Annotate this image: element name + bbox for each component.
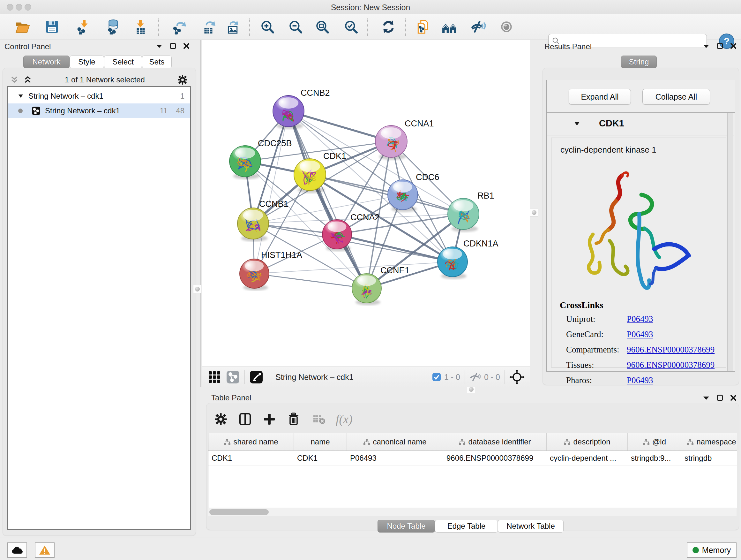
refresh-icon[interactable] [380,18,397,35]
column-header-canonical-name[interactable]: canonical name [347,433,443,450]
gene-expander-icon[interactable] [574,122,580,126]
import-network-icon[interactable] [76,18,92,35]
maximize-panel-icon[interactable] [717,43,723,49]
crosslink-link[interactable]: P06493 [627,375,653,385]
export-network-icon[interactable] [171,18,188,35]
grid-view-icon[interactable] [207,370,221,384]
detach-view-icon[interactable] [249,370,263,384]
float-panel-icon[interactable] [703,395,710,400]
expand-all-icon[interactable] [23,76,32,84]
export-table-icon[interactable] [200,18,217,35]
netbar-separator [465,370,465,384]
import-table-icon[interactable] [132,18,149,35]
table-cell[interactable]: stringdb [681,451,737,465]
tab-select[interactable]: Select [104,56,142,68]
create-column-plus-icon[interactable] [259,409,280,429]
import-network-from-database-icon[interactable] [105,18,122,35]
node-CDC6[interactable] [388,180,418,212]
tab-sets[interactable]: Sets [142,56,172,68]
expand-all-button[interactable]: Expand All [569,89,631,105]
collapse-all-button[interactable]: Collapse All [643,89,710,105]
navigator-icon[interactable] [509,369,525,385]
node-CDC25B[interactable] [229,145,261,179]
hide-selected-icon[interactable] [470,18,486,35]
column-header--id[interactable]: @id [628,433,681,450]
tab-node-table[interactable]: Node Table [378,520,435,533]
table-settings-gear-icon[interactable] [211,409,231,429]
collection-expander-icon[interactable] [18,94,23,98]
maximize-panel-icon[interactable] [717,395,723,401]
close-panel-icon[interactable] [730,395,737,401]
table-cell[interactable]: stringdb:9... [628,451,681,465]
close-panel-icon[interactable] [730,43,737,49]
gear-icon[interactable] [178,75,188,85]
column-header-shared-name[interactable]: shared name [208,433,294,450]
left-splitter[interactable] [200,40,201,387]
table-row[interactable]: CDK1CDK1P064939606.ENSP00000378699cyclin… [208,451,737,466]
network-row-selected[interactable]: String Network – cdk1 11 48 [8,104,190,118]
column-header-name[interactable]: name [294,433,347,450]
title-bar: Session: New Session [0,0,741,14]
zoom-out-icon[interactable] [287,18,304,35]
left-splitter-handle[interactable] [193,285,201,293]
crosslink-link[interactable]: P06493 [627,329,653,339]
crosslink-link[interactable]: 9606.ENSP00000378699 [627,345,715,355]
column-header-namespace[interactable]: namespace [681,433,737,450]
scrollbar-thumb[interactable] [209,509,269,515]
gene-header-row[interactable]: CDK1 [547,113,734,135]
open-session-icon[interactable] [14,18,30,35]
network-canvas[interactable]: CCNB2CCNA1CDC25BCDK1CDC6RB1CCNB1CCNA2CDK… [202,40,530,367]
memory-button[interactable]: Memory [687,543,737,558]
shared-column-icon [563,438,570,445]
tab-edge-table[interactable]: Edge Table [435,520,498,533]
column-header-description[interactable]: description [547,433,628,450]
zoom-in-icon[interactable] [259,18,276,35]
table-horizontal-scrollbar[interactable] [208,508,737,516]
zoom-fit-icon[interactable] [314,18,331,35]
home-networks-icon[interactable] [441,18,458,35]
column-header-database-identifier[interactable]: database identifier [443,433,547,450]
network-graph[interactable]: CCNB2CCNA1CDC25BCDK1CDC6RB1CCNB1CCNA2CDK… [202,40,530,367]
node-HIST1H1A[interactable] [240,259,269,291]
tab-string[interactable]: String [621,56,657,68]
cloud-status-button[interactable] [7,543,27,558]
table-cell[interactable]: 9606.ENSP00000378699 [443,451,547,465]
node-CCNA1[interactable] [375,125,407,160]
table-cell[interactable]: P06493 [347,451,443,465]
table-cell[interactable]: CDK1 [294,451,347,465]
show-all-icon[interactable] [498,18,515,35]
tab-style[interactable]: Style [70,56,104,68]
hidden-counts: 0 - 0 [484,373,500,382]
tab-network-table[interactable]: Network Table [498,520,563,533]
export-image-icon[interactable] [224,18,240,35]
results-vertical-scrollbar[interactable] [727,113,733,371]
table-cell[interactable]: cyclin-dependent ... [547,451,628,465]
network-collection-row[interactable]: String Network – cdk1 1 [8,89,190,104]
float-panel-icon[interactable] [156,44,163,48]
show-columns-icon[interactable] [235,409,255,429]
table-cell[interactable]: CDK1 [208,451,294,465]
crosslink-label: Compartments: [566,345,627,355]
node-CCNB1[interactable] [238,208,269,241]
network-view-icon[interactable] [226,370,240,384]
close-panel-icon[interactable] [183,43,190,49]
float-panel-icon[interactable] [703,44,710,48]
warnings-button[interactable] [35,543,55,558]
node-table[interactable]: shared namenamecanonical namedatabase id… [208,433,737,508]
crosslink-link[interactable]: P06493 [627,314,653,324]
right-splitter-handle[interactable] [530,208,538,216]
node-RB1[interactable] [448,198,479,232]
node-CCNE1[interactable] [352,273,381,305]
selected-checkbox-icon[interactable] [432,373,441,381]
collapse-all-icon[interactable] [10,76,19,84]
zoom-selected-icon[interactable] [343,18,359,35]
clone-network-icon[interactable] [415,18,431,35]
maximize-panel-icon[interactable] [170,43,176,49]
crosslink-link[interactable]: 9606.ENSP00000378699 [627,360,715,370]
results-panel-window-buttons [703,43,737,49]
delete-column-trash-icon[interactable] [283,409,304,429]
save-session-icon[interactable] [44,18,60,35]
tab-network[interactable]: Network [23,56,70,68]
node-CDKN1A[interactable] [437,247,468,279]
node-CDK1[interactable] [294,159,326,193]
